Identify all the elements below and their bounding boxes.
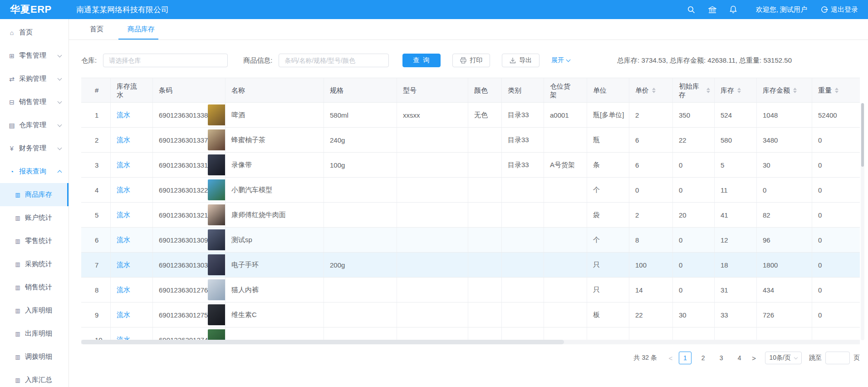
column-header[interactable]: 库存金额 bbox=[757, 78, 812, 102]
flow-link[interactable]: 流水 bbox=[117, 336, 130, 340]
chevron-icon bbox=[58, 170, 62, 175]
search-button[interactable]: 查 询 bbox=[402, 54, 441, 67]
expand-link[interactable]: 展开 bbox=[551, 56, 570, 64]
sort-carets-icon[interactable] bbox=[737, 88, 741, 93]
vertical-scrollbar[interactable] bbox=[861, 103, 864, 340]
cell-category bbox=[502, 228, 544, 252]
sidebar-item-label: 采购统计 bbox=[25, 260, 52, 268]
sidebar-item[interactable]: ◔ 报表查询 bbox=[0, 160, 69, 183]
sort-carets-icon[interactable] bbox=[793, 88, 797, 93]
column-header[interactable]: 库存流水 bbox=[111, 78, 153, 102]
scrollbar-thumb[interactable] bbox=[861, 103, 864, 167]
flow-link[interactable]: 流水 bbox=[117, 161, 130, 169]
prev-page-button[interactable]: < bbox=[664, 352, 677, 364]
column-header[interactable]: 型号 bbox=[397, 78, 468, 102]
sidebar-item[interactable]: ⊞ 零售管理 bbox=[0, 44, 69, 67]
flow-link[interactable]: 流水 bbox=[117, 286, 130, 294]
sidebar-item[interactable]: ▥ 入库明细 bbox=[0, 299, 69, 322]
tab[interactable]: 商品库存 bbox=[127, 19, 156, 40]
horizontal-scrollbar[interactable] bbox=[81, 340, 860, 344]
cell-unit: 瓶 bbox=[587, 128, 629, 152]
sidebar-item[interactable]: ▥ 采购统计 bbox=[0, 253, 69, 276]
column-header[interactable]: 规格 bbox=[324, 78, 397, 102]
page-number[interactable]: 4 bbox=[733, 352, 746, 364]
column-header[interactable]: 单价 bbox=[629, 78, 673, 102]
page-number[interactable]: 2 bbox=[697, 352, 710, 364]
sidebar-item[interactable]: ▥ 调拨明细 bbox=[0, 345, 69, 368]
page-numbers: 1 2 3 4 bbox=[677, 352, 748, 364]
product-info-input[interactable] bbox=[279, 54, 389, 67]
sidebar-item[interactable]: ▥ 入库汇总 bbox=[0, 368, 69, 387]
cell-flow: 流水 bbox=[111, 278, 153, 302]
cell-amount: 434 bbox=[757, 278, 812, 302]
print-button[interactable]: 打印 bbox=[452, 54, 490, 67]
flow-link[interactable]: 流水 bbox=[117, 136, 130, 144]
cell-spec bbox=[324, 327, 397, 340]
scrollbar-thumb[interactable] bbox=[81, 340, 564, 344]
sidebar-item[interactable]: ⊟ 销售管理 bbox=[0, 90, 69, 114]
column-header[interactable]: 颜色 bbox=[468, 78, 502, 102]
sidebar-item[interactable]: ▤ 仓库管理 bbox=[0, 114, 69, 137]
cell-weight: 0 bbox=[812, 278, 860, 302]
column-header[interactable]: 初始库存 bbox=[673, 78, 715, 102]
bank-icon[interactable] bbox=[708, 5, 717, 14]
cell-init-stock: 30 bbox=[673, 303, 715, 327]
cell-weight: 52400 bbox=[812, 103, 860, 127]
page-number[interactable]: 3 bbox=[715, 352, 728, 364]
tab[interactable]: 首页 bbox=[89, 19, 104, 40]
flow-link[interactable]: 流水 bbox=[117, 186, 130, 194]
cell-model bbox=[397, 128, 468, 152]
sidebar-item-label: 财务管理 bbox=[19, 144, 46, 153]
body-split: ⌂ 首页 ⊞ 零售管理 ⇄ 采购管理 ⊟ 销 bbox=[0, 19, 868, 387]
sidebar-item[interactable]: ▥ 出库明细 bbox=[0, 322, 69, 345]
cell-color bbox=[468, 253, 502, 277]
export-button[interactable]: 导出 bbox=[502, 54, 539, 67]
sidebar-item[interactable]: ▥ 账户统计 bbox=[0, 206, 69, 229]
cell-category bbox=[502, 327, 544, 340]
cell-unit: 只 bbox=[587, 278, 629, 302]
sidebar-item[interactable]: ¥ 财务管理 bbox=[0, 137, 69, 160]
flow-link[interactable]: 流水 bbox=[117, 111, 130, 119]
column-header[interactable]: 类别 bbox=[502, 78, 544, 102]
sort-carets-icon[interactable] bbox=[706, 88, 710, 93]
flow-link[interactable]: 流水 bbox=[117, 236, 130, 244]
column-header[interactable]: 重量 bbox=[812, 78, 860, 102]
next-page-button[interactable]: > bbox=[748, 352, 760, 364]
column-header[interactable]: 名称 bbox=[226, 78, 324, 102]
sidebar-item[interactable]: ⇄ 采购管理 bbox=[0, 67, 69, 90]
page-number[interactable]: 1 bbox=[679, 352, 691, 364]
product-image bbox=[208, 204, 226, 225]
flow-link[interactable]: 流水 bbox=[117, 311, 130, 319]
sort-carets-icon[interactable] bbox=[835, 88, 839, 93]
cell-model bbox=[397, 278, 468, 302]
sidebar-item[interactable]: ▥ 零售统计 bbox=[0, 229, 69, 253]
bell-icon[interactable] bbox=[729, 5, 738, 14]
sidebar-item[interactable]: ▥ 销售统计 bbox=[0, 276, 69, 299]
cell-amount: 1048 bbox=[757, 103, 812, 127]
sidebar-item[interactable]: ▥ 商品库存 bbox=[0, 183, 69, 206]
sidebar-item[interactable]: ⌂ 首页 bbox=[0, 21, 69, 44]
search-icon[interactable] bbox=[687, 5, 696, 14]
sort-carets-icon[interactable] bbox=[652, 88, 656, 93]
cell-model bbox=[397, 327, 468, 340]
page-size-select[interactable]: 10条/页 bbox=[765, 352, 802, 364]
column-header[interactable]: 单位 bbox=[587, 78, 629, 102]
column-header[interactable]: 库存 bbox=[715, 78, 757, 102]
cell-index: 1 bbox=[81, 103, 111, 127]
column-header[interactable]: # bbox=[81, 78, 111, 102]
cell-color bbox=[468, 178, 502, 202]
logout-button[interactable]: 退出登录 bbox=[821, 5, 858, 14]
column-header-label: 单价 bbox=[635, 86, 649, 94]
jump-input[interactable] bbox=[825, 352, 850, 364]
cell-index: 2 bbox=[81, 128, 111, 152]
cell-color bbox=[468, 228, 502, 252]
cell-rack bbox=[544, 253, 587, 277]
column-header[interactable]: 条码 bbox=[153, 78, 226, 102]
column-header[interactable]: 仓位货架 bbox=[544, 78, 587, 102]
cell-flow: 流水 bbox=[111, 128, 153, 152]
chevron-icon bbox=[58, 122, 62, 127]
flow-link[interactable]: 流水 bbox=[117, 261, 130, 269]
warehouse-select[interactable] bbox=[103, 54, 228, 67]
column-header-label: 初始库存 bbox=[679, 82, 703, 99]
flow-link[interactable]: 流水 bbox=[117, 211, 130, 219]
